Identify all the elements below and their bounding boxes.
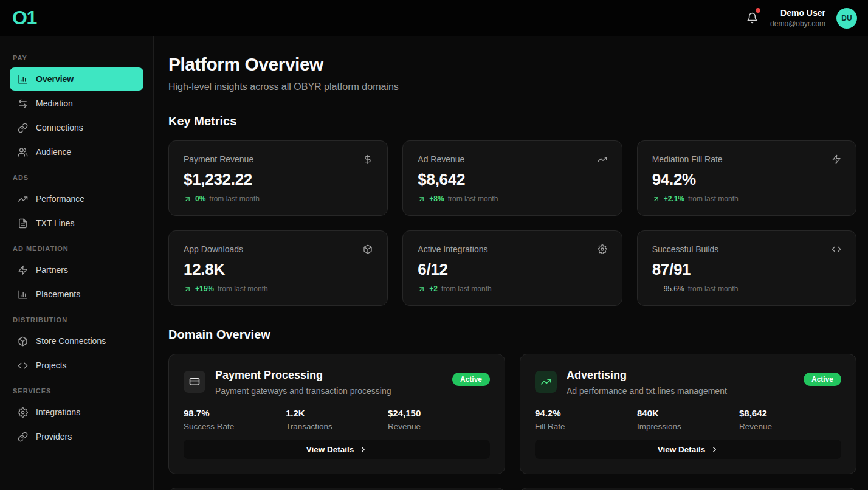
credit-card-icon <box>184 371 205 393</box>
minus-icon <box>652 285 660 293</box>
avatar[interactable]: DU <box>836 8 857 29</box>
stat-label: Success Rate <box>184 422 286 431</box>
stat-value: $24,150 <box>388 408 490 418</box>
metric-value: $1,232.22 <box>184 170 373 189</box>
sidebar-item-label: Placements <box>36 289 80 299</box>
stat-label: Revenue <box>739 422 841 431</box>
obyr-logo[interactable]: O1 <box>12 7 36 29</box>
stat-label: Transactions <box>286 422 388 431</box>
link-icon <box>18 432 28 442</box>
metric-label: Payment Revenue <box>184 154 253 164</box>
domain-card-payment-processing: Payment Processing Payment gateways and … <box>168 354 505 474</box>
sidebar-item-projects[interactable]: Projects <box>10 354 143 377</box>
metric-delta: 0% from last month <box>184 195 373 203</box>
trending-up-icon <box>535 371 557 393</box>
metric-delta: +2.1% from last month <box>652 195 841 203</box>
sidebar-item-placements[interactable]: Placements <box>10 283 143 306</box>
sidebar: PAY Overview Mediation Connections Audie… <box>0 36 154 490</box>
stat: $8,642 Revenue <box>739 408 841 431</box>
metric-card-successful-builds: Successful Builds 87/91 95.6% from last … <box>637 230 856 306</box>
notifications-button[interactable] <box>745 11 759 26</box>
sidebar-item-providers[interactable]: Providers <box>10 425 143 448</box>
arrow-up-right-icon <box>184 285 191 293</box>
topbar-right: Demo User demo@obyr.com DU <box>745 8 857 29</box>
gear-icon <box>18 407 28 418</box>
metric-card-payment-revenue: Payment Revenue $1,232.22 0% from last m… <box>168 140 388 216</box>
view-details-label: View Details <box>658 445 706 454</box>
metric-label: Ad Revenue <box>418 154 464 164</box>
metric-delta: +15% from last month <box>184 285 373 293</box>
status-badge: Active <box>804 373 841 386</box>
user-email: demo@obyr.com <box>770 19 825 28</box>
sidebar-item-label: Connections <box>36 123 83 133</box>
metrics-grid: Payment Revenue $1,232.22 0% from last m… <box>168 140 856 306</box>
domain-title: Payment Processing <box>215 369 443 382</box>
sidebar-item-partners[interactable]: Partners <box>10 258 143 281</box>
metric-label: Active Integrations <box>418 244 487 254</box>
stat-label: Revenue <box>388 422 490 431</box>
metric-value: 12.8K <box>184 260 373 279</box>
page-title: Platform Overview <box>168 53 856 75</box>
delta-value: +2.1% <box>664 195 684 203</box>
sidebar-item-label: Partners <box>36 265 68 275</box>
sidebar-item-label: Providers <box>36 432 72 441</box>
users-icon <box>18 147 28 157</box>
user-meta: Demo User demo@obyr.com <box>770 8 825 28</box>
bar-chart-icon <box>18 289 28 300</box>
sidebar-item-label: Performance <box>36 194 84 204</box>
delta-value: 95.6% <box>664 285 684 293</box>
stat-label: Fill Rate <box>535 422 637 431</box>
zap-icon <box>18 265 28 275</box>
stat-value: $8,642 <box>739 408 841 418</box>
stat-value: 94.2% <box>535 408 637 418</box>
sidebar-item-label: Overview <box>36 74 74 84</box>
dollar-icon <box>363 154 373 164</box>
domain-subtitle: Payment gateways and transaction process… <box>215 386 443 396</box>
sidebar-item-mediation[interactable]: Mediation <box>10 92 143 115</box>
sidebar-item-txt-lines[interactable]: TXT Lines <box>10 212 143 235</box>
stat: 1.2K Transactions <box>286 408 388 431</box>
chevron-right-icon <box>359 446 367 454</box>
delta-suffix: from last month <box>218 285 268 293</box>
trending-up-icon <box>598 154 607 164</box>
package-icon <box>18 336 28 347</box>
stat-value: 840K <box>637 408 739 418</box>
section-label-distribution: DISTRIBUTION <box>13 316 140 323</box>
sidebar-item-label: TXT Lines <box>36 218 75 228</box>
delta-value: 0% <box>195 195 205 203</box>
metric-value: 94.2% <box>652 170 841 189</box>
sidebar-item-overview[interactable]: Overview <box>10 67 143 91</box>
metric-delta: 95.6% from last month <box>652 285 841 293</box>
bell-icon <box>746 12 758 24</box>
view-details-label: View Details <box>306 445 354 454</box>
sidebar-item-audience[interactable]: Audience <box>10 140 143 164</box>
view-details-button[interactable]: View Details <box>535 440 841 459</box>
section-label-services: SERVICES <box>13 387 140 395</box>
sidebar-item-label: Projects <box>36 361 67 370</box>
view-details-button[interactable]: View Details <box>184 440 490 459</box>
delta-value: +8% <box>429 195 444 203</box>
sidebar-item-integrations[interactable]: Integrations <box>10 401 143 424</box>
sidebar-item-connections[interactable]: Connections <box>10 116 143 139</box>
gear-icon <box>598 244 607 254</box>
section-label-ads: ADS <box>13 174 140 181</box>
metric-card-ad-revenue: Ad Revenue $8,642 +8% from last month <box>402 140 622 216</box>
bar-chart-icon <box>18 74 28 85</box>
section-label-pay: PAY <box>13 54 140 61</box>
arrow-up-right-icon <box>418 285 425 293</box>
chevron-right-icon <box>711 446 718 454</box>
metric-delta: +2 from last month <box>418 285 607 293</box>
delta-value: +15% <box>195 285 214 293</box>
arrows-right-left-icon <box>18 98 28 109</box>
metric-value: 6/12 <box>418 260 607 279</box>
delta-suffix: from last month <box>441 285 492 293</box>
zap-icon <box>832 154 841 164</box>
metric-card-mediation-fill-rate: Mediation Fill Rate 94.2% +2.1% from las… <box>637 140 856 216</box>
sidebar-item-store-connections[interactable]: Store Connections <box>10 330 143 353</box>
stat-value: 98.7% <box>184 408 286 418</box>
sidebar-item-performance[interactable]: Performance <box>10 187 143 210</box>
metric-label: Successful Builds <box>652 244 719 254</box>
delta-suffix: from last month <box>209 195 260 203</box>
stat: 94.2% Fill Rate <box>535 408 637 431</box>
delta-suffix: from last month <box>688 285 739 293</box>
